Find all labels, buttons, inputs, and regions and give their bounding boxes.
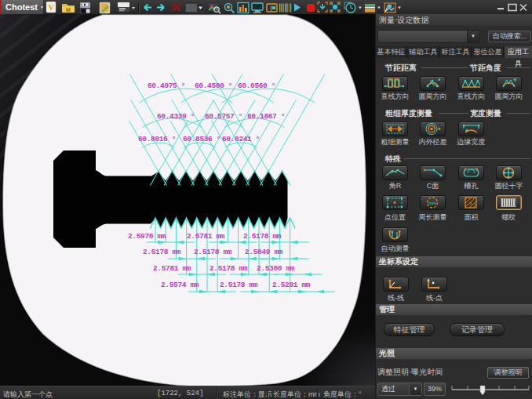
svg-text:60.8016 °: 60.8016 ° [138,135,176,143]
svg-text:x: x [470,201,472,205]
svg-text:M: M [66,7,71,13]
svg-text:2.5781 mm: 2.5781 mm [153,264,191,273]
svg-text:2.5970 mm: 2.5970 mm [128,232,166,241]
svg-text:2.5291 mm: 2.5291 mm [272,281,311,289]
svg-text:60.4339 °: 60.4339 ° [157,112,195,121]
svg-text:2.5178 mm: 2.5178 mm [143,248,181,256]
svg-text:2.5178 mm: 2.5178 mm [210,264,248,273]
svg-text:60.5757 °: 60.5757 ° [205,112,242,121]
svg-text:mm: mm [428,201,436,205]
svg-text:2.5781 mm: 2.5781 mm [187,232,225,241]
svg-text:!: ! [270,5,272,13]
svg-text:2.5178 mm: 2.5178 mm [243,232,282,241]
svg-text:60.4975 °: 60.4975 ° [148,82,185,90]
svg-text:2.5178 mm: 2.5178 mm [194,248,232,256]
svg-text:60.4500 °: 60.4500 ° [195,82,232,90]
svg-text:2.5574 mm: 2.5574 mm [161,281,199,289]
svg-text:60.0241 °: 60.0241 ° [222,135,260,143]
svg-text:60.8536 °: 60.8536 ° [183,135,220,143]
svg-text:60.0560 °: 60.0560 ° [238,82,275,90]
svg-text:2.5049 mm: 2.5049 mm [245,248,283,256]
svg-text:60.1867 °: 60.1867 ° [247,112,285,121]
svg-text:2.5178 mm: 2.5178 mm [220,281,258,289]
svg-text:V: V [48,3,54,12]
svg-text:2.5300 mm: 2.5300 mm [257,264,295,273]
